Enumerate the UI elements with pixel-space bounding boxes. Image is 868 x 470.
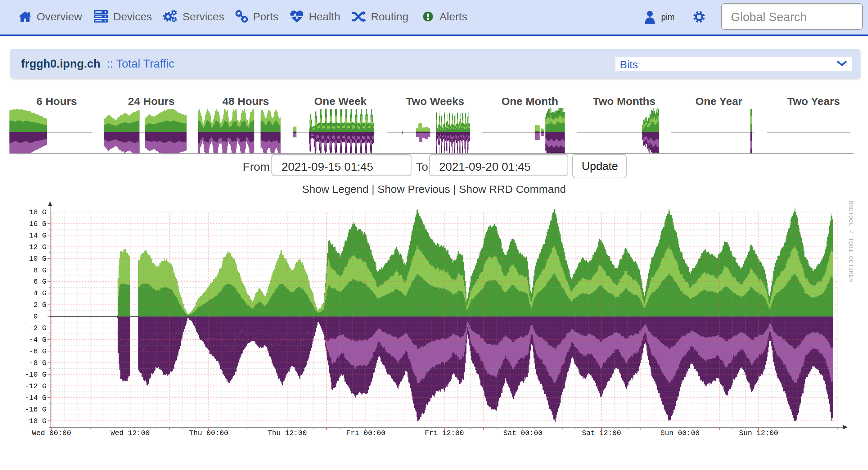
svg-text:18 G: 18 G [29,208,46,216]
svg-text:Fri 00:00: Fri 00:00 [346,429,385,437]
svg-text:Fri 12:00: Fri 12:00 [425,429,464,437]
svg-text:8 G: 8 G [33,266,46,275]
svg-text:-2 G: -2 G [29,324,46,332]
svg-text:6 G: 6 G [33,277,46,286]
svg-text:-4 G: -4 G [29,336,46,344]
svg-text:14 G: 14 G [29,231,46,240]
svg-text:-8 G: -8 G [29,359,46,367]
svg-text:Thu 12:00: Thu 12:00 [267,429,307,437]
svg-text:Sat 12:00: Sat 12:00 [582,429,621,437]
svg-text:Wed 00:00: Wed 00:00 [32,429,71,437]
svg-text:0: 0 [33,312,38,321]
svg-text:-6 G: -6 G [29,347,46,356]
svg-text:Wed 12:00: Wed 12:00 [110,429,150,437]
svg-text:-12 G: -12 G [25,382,46,390]
svg-text:Thu 00:00: Thu 00:00 [189,429,228,437]
svg-text:10 G: 10 G [29,255,46,263]
svg-text:2 G: 2 G [33,301,46,309]
svg-text:-16 G: -16 G [25,405,46,414]
svg-text:16 G: 16 G [29,220,46,228]
svg-text:4 G: 4 G [33,289,46,297]
svg-text:Sun 12:00: Sun 12:00 [739,429,778,437]
svg-text:-14 G: -14 G [25,394,46,402]
svg-text:Sun 00:00: Sun 00:00 [660,429,700,437]
svg-text:12 G: 12 G [29,243,46,251]
svg-text:-18 G: -18 G [25,417,46,425]
svg-text:RRDTOOL / TOBI OETIKER: RRDTOOL / TOBI OETIKER [847,200,854,282]
svg-text:-10 G: -10 G [25,370,46,379]
svg-text:Sat 00:00: Sat 00:00 [503,429,542,437]
